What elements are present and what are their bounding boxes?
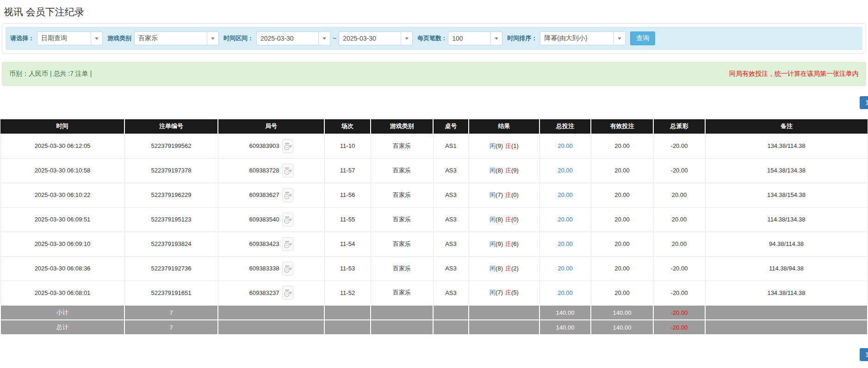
page-1-button[interactable]: 1 <box>860 96 868 109</box>
result-banker-label: 庄 <box>505 216 511 223</box>
total-bet-link[interactable]: 20.00 <box>558 265 573 272</box>
cell-valid-bet: 20.00 <box>591 232 653 256</box>
total-bet-link[interactable]: 20.00 <box>558 240 573 247</box>
betting-records-page: 视讯 会员下注纪录 请选择： 日期查询 游戏类别 百家乐 时间区间： 2025-… <box>0 0 868 361</box>
video-replay-icon[interactable] <box>282 188 293 202</box>
result-banker-score: (0) <box>511 191 519 198</box>
total-bet-link[interactable]: 20.00 <box>558 216 573 223</box>
col-remark: 备注 <box>705 119 868 134</box>
total-total-bet: 140.00 <box>539 320 591 335</box>
col-payout: 总派彩 <box>653 119 705 134</box>
video-replay-icon[interactable] <box>282 237 293 251</box>
video-replay-icon[interactable] <box>282 286 293 300</box>
cell-table-no: AS3 <box>433 207 469 232</box>
col-result: 结果 <box>469 119 539 134</box>
cell-result: 闲(8)庄(0) <box>469 207 539 232</box>
cell-round-id: 609383237 <box>218 281 324 305</box>
cell-game-type: 百家乐 <box>371 183 433 207</box>
cell-remark: 94.38/114.38 <box>705 232 868 256</box>
result-banker-score: (0) <box>511 216 519 223</box>
page-1-button[interactable]: 1 <box>860 348 868 361</box>
table-row: 2025-03-30 06:12:05 522379199562 6093839… <box>0 134 868 158</box>
col-time: 时间 <box>0 119 124 134</box>
col-total-bet: 总投注 <box>539 119 591 134</box>
result-player-label: 闲 <box>490 191 496 198</box>
subtotal-label: 小计 <box>0 305 124 320</box>
video-replay-icon[interactable] <box>282 139 293 153</box>
cell-result: 闲(8)庄(2) <box>469 256 539 281</box>
chevron-down-icon[interactable] <box>401 32 412 45</box>
table-row: 2025-03-30 06:10:22 522379196229 6093836… <box>0 183 868 207</box>
cell-total-bet: 20.00 <box>539 232 591 256</box>
total-label: 总计 <box>0 320 124 335</box>
date-from-value: 2025-03-30 <box>257 32 318 45</box>
chevron-down-icon[interactable] <box>91 32 102 45</box>
result-player-label: 闲 <box>490 167 496 174</box>
subtotal-valid-bet: 140.00 <box>591 305 653 320</box>
sort-order-select[interactable]: 降幂(由大到小) <box>540 31 626 45</box>
total-bet-link[interactable]: 20.00 <box>558 191 573 198</box>
cell-game-type: 百家乐 <box>371 256 433 281</box>
cell-bet-id: 522379196229 <box>124 183 218 207</box>
query-type-select[interactable]: 日期查询 <box>37 31 103 45</box>
cell-table-no: AS3 <box>433 183 469 207</box>
cell-valid-bet: 20.00 <box>591 207 653 232</box>
total-bet-link[interactable]: 20.00 <box>558 289 573 296</box>
cell-valid-bet: 20.00 <box>591 158 653 183</box>
cell-session: 11-10 <box>324 134 371 158</box>
col-bet-id: 注单编号 <box>124 119 218 134</box>
currency-total-text: 币别：人民币 | 总共 :7 注单 | <box>9 70 92 78</box>
round-id-value: 609383728 <box>249 167 279 174</box>
chevron-down-icon[interactable] <box>318 32 330 45</box>
cell-session: 11-53 <box>324 256 371 281</box>
cell-remark: 134.38/154.38 <box>705 183 868 207</box>
chevron-down-icon[interactable] <box>614 32 625 45</box>
cell-table-no: AS3 <box>433 158 469 183</box>
round-id-value: 609383903 <box>249 142 279 149</box>
time-range-label: 时间区间： <box>223 34 254 43</box>
page-title: 视讯 会员下注纪录 <box>0 0 868 23</box>
result-banker-label: 庄 <box>505 240 511 247</box>
result-banker-score: (6) <box>511 240 519 247</box>
cell-bet-id: 522379195123 <box>124 207 218 232</box>
cell-total-bet: 20.00 <box>539 281 591 305</box>
per-page-select[interactable]: 100 <box>448 31 502 45</box>
result-banker-score: (9) <box>511 167 519 174</box>
search-button[interactable]: 查询 <box>630 31 655 45</box>
cell-time: 2025-03-30 06:08:36 <box>0 256 124 281</box>
total-bet-link[interactable]: 20.00 <box>558 167 573 174</box>
game-type-select[interactable]: 百家乐 <box>134 31 219 45</box>
cell-total-bet: 20.00 <box>539 134 591 158</box>
video-replay-icon[interactable] <box>282 164 293 178</box>
table-header-row: 时间 注单编号 局号 场次 游戏类别 桌号 结果 总投注 有效投注 总派彩 备注 <box>0 119 868 134</box>
betting-records-table: 时间 注单编号 局号 场次 游戏类别 桌号 结果 总投注 有效投注 总派彩 备注… <box>0 119 868 335</box>
cell-time: 2025-03-30 06:08:01 <box>0 281 124 305</box>
col-round-id: 局号 <box>218 119 324 134</box>
video-replay-icon[interactable] <box>282 213 293 227</box>
table-body: 2025-03-30 06:12:05 522379199562 6093839… <box>0 134 868 305</box>
cell-round-id: 609383540 <box>218 207 324 232</box>
range-separator: ~ <box>333 35 336 42</box>
chevron-down-icon[interactable] <box>490 32 502 45</box>
date-to-value: 2025-03-30 <box>339 32 401 45</box>
date-to-select[interactable]: 2025-03-30 <box>339 31 413 45</box>
col-valid-bet: 有效投注 <box>591 119 653 134</box>
total-bet-link[interactable]: 20.00 <box>558 142 573 149</box>
chevron-down-icon[interactable] <box>207 32 218 45</box>
round-id-value: 609383540 <box>249 216 279 223</box>
total-row: 总计 7 140.00 140.00 -20.00 <box>0 320 868 335</box>
cell-game-type: 百家乐 <box>371 281 433 305</box>
cell-total-bet: 20.00 <box>539 207 591 232</box>
result-banker-score: (2) <box>511 265 519 272</box>
cell-remark: 134.38/114.38 <box>705 281 868 305</box>
subtotal-row: 小计 7 140.00 140.00 -20.00 <box>0 305 868 320</box>
table-row: 2025-03-30 06:09:10 522379193824 6093834… <box>0 232 868 256</box>
cell-game-type: 百家乐 <box>371 134 433 158</box>
video-replay-icon[interactable] <box>282 262 293 276</box>
subtotal-count: 7 <box>124 305 218 320</box>
round-id-value: 609383237 <box>249 289 279 296</box>
game-type-label: 游戏类别 <box>107 34 131 43</box>
date-from-select[interactable]: 2025-03-30 <box>256 31 330 45</box>
subtotal-payout: -20.00 <box>653 305 705 320</box>
cell-valid-bet: 20.00 <box>591 281 653 305</box>
